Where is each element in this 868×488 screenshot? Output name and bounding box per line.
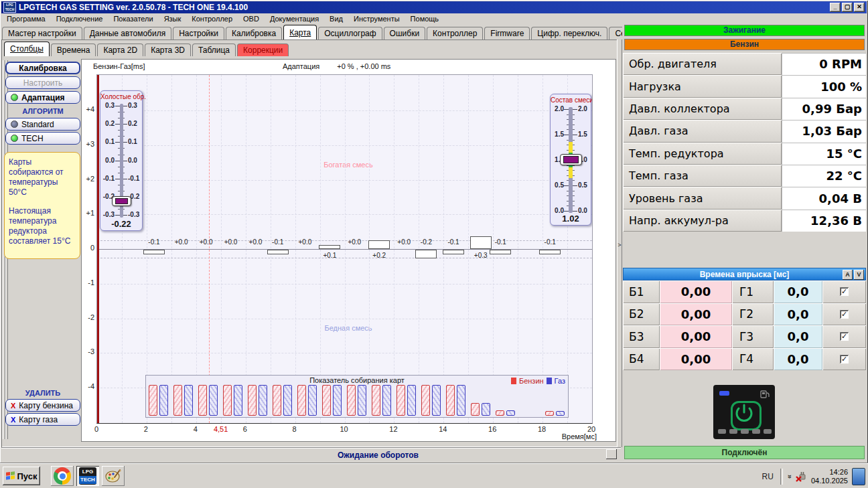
tab-controller[interactable]: Контроллер: [427, 27, 483, 40]
injector-3-checkbox[interactable]: ✓: [840, 332, 849, 341]
paint-palette-icon: [104, 468, 122, 484]
menu-connection[interactable]: Подключение: [51, 14, 108, 23]
application-window: LPG TECH LPGTECH GAS SETTING ver. 2.0.50…: [0, 0, 868, 488]
correction-value-label: +0.0: [291, 238, 318, 246]
collection-bar-petrol: [446, 385, 455, 416]
tray-date: 04.10.2025: [811, 477, 848, 485]
slider-handle[interactable]: [112, 196, 131, 206]
x-tick-label: 0: [86, 425, 106, 433]
clock[interactable]: 14:26 04.10.2025: [811, 468, 848, 485]
disconnect-tray-icon[interactable]: [795, 471, 807, 483]
power-button-icon: [731, 401, 762, 430]
mixture-composition-slider[interactable]: Состав смеси 1.02 2.02.01.51.51.01.00.50…: [550, 94, 591, 226]
injector-4-checkbox[interactable]: ✓: [840, 355, 849, 363]
slider-tick-label: 0.5: [578, 181, 591, 189]
tab-firmware[interactable]: Firmware: [484, 27, 530, 40]
tray-time: 14:26: [811, 468, 848, 477]
menu-documentation[interactable]: Документация: [265, 14, 324, 23]
idle-correction-slider[interactable]: Холостые обр. -0.22 0.30.30.20.20.10.10.…: [100, 90, 143, 231]
subtab-columns[interactable]: Столбцы: [4, 42, 50, 56]
paint-shortcut-button[interactable]: [102, 466, 125, 486]
correction-bar: [143, 250, 165, 254]
title-bar[interactable]: LPG TECH LPGTECH GAS SETTING ver. 2.0.50…: [1, 1, 867, 13]
tab-vehicle-data[interactable]: Данные автомобиля: [84, 27, 172, 40]
tab-digital-switch[interactable]: Цифр. переключ.: [531, 27, 607, 40]
menu-program[interactable]: Программа: [1, 14, 51, 23]
language-indicator[interactable]: RU: [759, 472, 776, 481]
x-tick-label: 12: [383, 425, 403, 433]
chart-title: Бензин-Газ[ms]: [93, 62, 145, 70]
legend-swatch-gas-icon: [547, 378, 552, 384]
y-axis-line: [97, 75, 99, 423]
ignition-status-banner: Зажигание: [624, 25, 865, 36]
chart-plot-area[interactable]: Богатая смесь Бедная смесь Холостые обр.…: [96, 74, 593, 424]
collection-bar-petrol: [149, 385, 157, 416]
live-data-panel: Зажигание Бензин Обр. двигателя 0 RPM На…: [622, 24, 867, 462]
collection-bar-petrol: [496, 410, 504, 416]
tab-errors[interactable]: Ошибки: [384, 27, 426, 40]
menu-controller[interactable]: Контроллер: [186, 14, 238, 23]
subtab-times[interactable]: Времена: [51, 44, 96, 56]
algorithm-tech-button[interactable]: TECH: [5, 132, 80, 145]
system-tray: RU « 14:26 04.10.2025: [759, 465, 865, 487]
taskbar: Пуск LPGTECH RU «: [0, 463, 868, 488]
menu-help[interactable]: Помощь: [405, 14, 445, 23]
collection-bar-gas: [482, 403, 490, 416]
minimize-button[interactable]: _: [830, 3, 841, 12]
device-indicator-icon: [752, 429, 760, 434]
delete-gas-map-button[interactable]: X Карту газа: [5, 413, 80, 426]
calibration-button[interactable]: Калибровка: [5, 62, 80, 74]
petrol-gas-chart: Бензин-Газ[ms] Адаптация +0 % , +0.00 ms…: [81, 59, 616, 442]
zero-band-line: [97, 258, 592, 258]
time-cursor-line: [209, 75, 210, 423]
chrome-shortcut-button[interactable]: [51, 466, 74, 486]
tab-calibration[interactable]: Калибровка: [226, 27, 282, 40]
tab-settings[interactable]: Настройки: [173, 27, 224, 40]
injector-2-checkbox[interactable]: ✓: [840, 310, 849, 319]
menu-view[interactable]: Вид: [324, 14, 348, 23]
collection-bar-gas: [358, 385, 366, 416]
show-desktop-icon[interactable]: [852, 468, 865, 485]
injector-1-checkbox[interactable]: ✓: [840, 287, 849, 296]
table-row: Давл. коллектора 0,99 Бар: [623, 98, 866, 120]
subtab-corrections[interactable]: Коррекции: [237, 44, 289, 56]
right-panel-expander[interactable]: >: [617, 238, 622, 252]
subtab-table[interactable]: Таблица: [192, 44, 236, 56]
adaptation-value: +0 % , +0.00 ms: [337, 62, 390, 70]
correction-bar: [319, 245, 340, 250]
tray-chevron-icon[interactable]: «: [785, 474, 793, 478]
fuel-mode-banner[interactable]: Бензин: [624, 39, 865, 50]
start-button[interactable]: Пуск: [3, 467, 40, 485]
gridline-horizontal: [97, 284, 592, 284]
injection-up-button[interactable]: A: [843, 270, 853, 280]
tab-map[interactable]: Карта: [283, 25, 317, 40]
close-button[interactable]: ✕: [854, 3, 865, 12]
tab-setup-wizard[interactable]: Мастер настройки: [2, 27, 82, 40]
subtab-map3d[interactable]: Карта 3D: [145, 44, 191, 56]
table-row: Б4 0,00 Г4 0,0 ✓: [623, 348, 866, 371]
menu-tools[interactable]: Инструменты: [348, 14, 405, 23]
delete-petrol-map-button[interactable]: X Карту бензина: [5, 399, 80, 412]
maximize-button[interactable]: ▢: [842, 3, 853, 12]
collection-bar-gas: [432, 385, 441, 416]
resize-grip[interactable]: [606, 449, 617, 459]
configure-button: Настроить: [5, 76, 80, 89]
menu-language[interactable]: Язык: [159, 14, 187, 23]
collection-bar-gas: [407, 385, 416, 416]
table-row: Давл. газа 1,03 Бар: [623, 120, 866, 142]
injection-down-button[interactable]: V: [854, 270, 864, 280]
menu-indicators[interactable]: Показатели: [108, 14, 158, 23]
slider-handle[interactable]: [560, 154, 582, 165]
slider-handle-mark: [115, 198, 128, 204]
collection-bar-petrol: [347, 385, 356, 416]
algorithm-standard-button[interactable]: Standard: [5, 118, 80, 131]
subtab-map2d[interactable]: Карта 2D: [97, 44, 143, 56]
window-title: LPGTECH GAS SETTING ver. 2.0.50.78 - TEC…: [19, 3, 248, 12]
tab-oscilloscope[interactable]: Осциллограф: [318, 27, 382, 40]
x-tick-label: 20: [581, 425, 601, 433]
slider-tick-label: 0.0: [101, 157, 115, 164]
table-row: Темп. редуктора 15 °C: [623, 143, 866, 165]
lpgtech-app-button[interactable]: LPGTECH: [76, 466, 99, 486]
adaptation-button[interactable]: Адаптация: [5, 91, 80, 104]
menu-obd[interactable]: OBD: [238, 14, 265, 23]
